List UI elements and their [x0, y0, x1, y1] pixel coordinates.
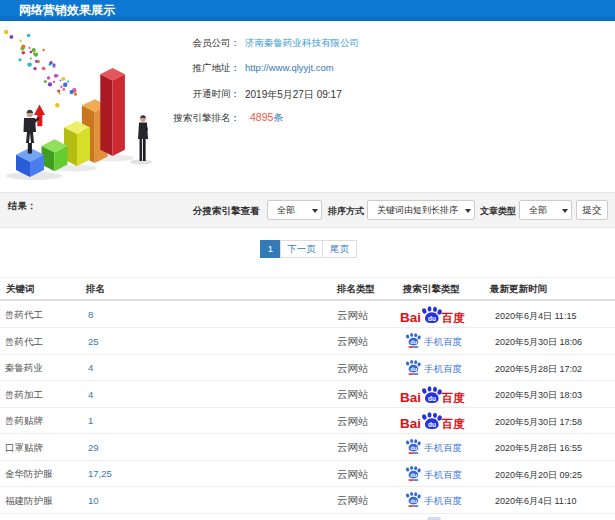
svg-text:du: du — [410, 366, 417, 372]
svg-text:Bai: Bai — [400, 390, 421, 404]
svg-text:du: du — [428, 421, 436, 428]
svg-text:百度: 百度 — [441, 311, 466, 324]
svg-text:手机百度: 手机百度 — [424, 336, 462, 347]
svg-text:du: du — [428, 315, 436, 322]
svg-text:du: du — [410, 339, 417, 345]
svg-text:手机百度: 手机百度 — [424, 362, 462, 373]
svg-text:百度: 百度 — [441, 391, 466, 404]
svg-text:du: du — [428, 394, 436, 401]
svg-text:Bai: Bai — [400, 416, 421, 430]
svg-text:Bai: Bai — [400, 310, 421, 324]
svg-text:du: du — [410, 498, 417, 504]
svg-text:手机百度: 手机百度 — [424, 468, 462, 479]
svg-text:du: du — [410, 472, 417, 478]
svg-text:手机百度: 手机百度 — [424, 442, 462, 453]
svg-text:百度: 百度 — [441, 417, 466, 430]
svg-text:du: du — [410, 445, 417, 451]
svg-text:手机百度: 手机百度 — [424, 495, 462, 506]
